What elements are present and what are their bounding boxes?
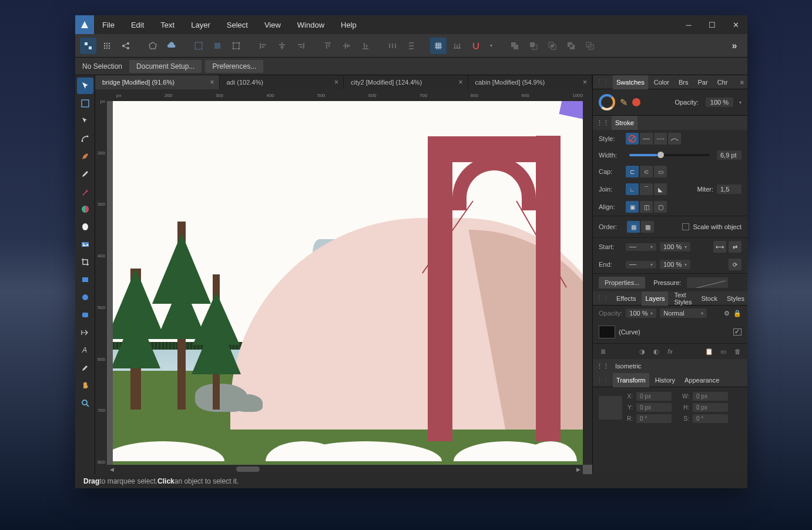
end-size-dropdown[interactable]: 100 % (660, 260, 690, 269)
grid-dots-icon[interactable] (99, 38, 115, 54)
toolbar-overflow-icon[interactable]: » (726, 38, 743, 54)
transform-icon[interactable] (228, 38, 244, 54)
fill-tool[interactable] (77, 201, 93, 217)
boolean-divide-icon[interactable] (582, 38, 598, 54)
start-arrow-dropdown[interactable] (626, 243, 656, 251)
boolean-add-icon[interactable] (506, 38, 523, 54)
snap-baseline-icon[interactable] (449, 38, 465, 54)
arrow-link-icon[interactable]: ⟷ (713, 241, 726, 253)
align-top-icon[interactable] (320, 38, 336, 54)
join-round-icon[interactable]: ⌒ (640, 183, 653, 195)
tab-effects[interactable]: Effects (613, 291, 639, 306)
tab-styles[interactable]: Styles (723, 291, 747, 306)
tab-appearance[interactable]: Appearance (681, 373, 723, 387)
tab-color[interactable]: Color (650, 75, 673, 89)
start-size-dropdown[interactable]: 100 % (660, 242, 690, 251)
snap-magnet-icon[interactable] (468, 38, 484, 54)
close-icon[interactable]: × (583, 78, 587, 86)
clipboard-icon[interactable]: 📋 (704, 346, 714, 357)
y-input[interactable]: 0 px (636, 403, 672, 412)
polygon-icon[interactable] (145, 38, 161, 54)
align-right-icon[interactable] (293, 38, 309, 54)
doc-tab-cabin[interactable]: cabin [Modified] (54.9%) × (468, 75, 593, 89)
w-input[interactable]: 0 px (693, 392, 728, 401)
chevron-down-icon[interactable]: ▾ (738, 100, 741, 105)
brush-tool[interactable] (77, 183, 93, 200)
mask-icon[interactable]: ◑ (637, 346, 647, 357)
gear-icon[interactable]: ⚙ (724, 310, 730, 317)
order-front-icon[interactable]: ▩ (641, 221, 654, 233)
close-icon[interactable]: × (458, 78, 462, 86)
arrange-icon[interactable] (80, 38, 96, 54)
boolean-xor-icon[interactable] (563, 38, 579, 54)
r-input[interactable]: 0 ° (636, 414, 672, 423)
snap-dropdown-icon[interactable]: ▾ (486, 38, 496, 54)
tab-stock[interactable]: Stock (697, 291, 721, 306)
align-inside-icon[interactable]: ◫ (640, 201, 653, 213)
stroke-properties-button[interactable]: Properties... (599, 277, 645, 289)
cap-butt-icon[interactable]: ⊏ (626, 166, 639, 177)
tab-transform[interactable]: Transform (613, 373, 649, 387)
hand-tool[interactable] (77, 377, 93, 394)
canvas[interactable]: ◀ ▶ (107, 101, 592, 474)
tab-text-styles[interactable]: Text Styles (670, 291, 695, 306)
rounded-rect-tool[interactable] (77, 307, 93, 323)
rectangle-tool[interactable] (77, 271, 93, 288)
snap-grid-icon[interactable] (430, 38, 447, 54)
corner-tool[interactable] (77, 130, 93, 147)
crop-tool[interactable] (77, 254, 93, 270)
width-slider[interactable] (629, 154, 710, 156)
place-image-tool[interactable] (77, 236, 93, 253)
layer-opacity-dropdown[interactable]: 100 % (626, 308, 656, 318)
menu-text[interactable]: Text (152, 15, 183, 34)
trash-icon[interactable]: 🗑 (732, 346, 743, 357)
layers-stack-icon[interactable]: ≣ (598, 346, 608, 357)
menu-window[interactable]: Window (289, 15, 333, 34)
tab-stroke[interactable]: Stroke (612, 116, 637, 130)
distribute-v-icon[interactable] (403, 38, 420, 54)
transparency-tool[interactable] (77, 219, 93, 235)
lock-icon[interactable]: 🔒 (733, 310, 741, 317)
menu-edit[interactable]: Edit (123, 15, 152, 34)
tab-history[interactable]: History (652, 373, 679, 387)
stroke-none-icon[interactable] (626, 133, 639, 145)
pen-tool[interactable] (77, 148, 93, 165)
align-center-icon[interactable]: ▣ (626, 201, 639, 213)
refresh-icon[interactable]: ⟳ (729, 259, 741, 270)
eyedropper-icon[interactable]: ✎ (620, 97, 628, 108)
move-tool[interactable] (77, 78, 93, 94)
distribute-h-icon[interactable] (384, 38, 401, 54)
end-arrow-dropdown[interactable] (626, 261, 656, 269)
arrow-swap-icon[interactable]: ⇄ (729, 241, 741, 253)
artboard-tool[interactable] (77, 95, 93, 112)
panel-drag-icon[interactable]: ⋮⋮ (596, 119, 609, 127)
group-icon[interactable]: ▭ (718, 346, 729, 357)
align-outside-icon[interactable]: ▢ (654, 201, 667, 213)
doc-tab-city2[interactable]: city2 [Modified] (124.4%) × (344, 75, 468, 89)
align-left-icon[interactable] (255, 38, 271, 54)
color-picker-tool[interactable] (77, 360, 93, 376)
cloud-icon[interactable] (163, 38, 180, 54)
stroke-solid-icon[interactable] (640, 133, 653, 145)
tab-layers[interactable]: Layers (642, 291, 668, 306)
align-vcenter-icon[interactable] (338, 38, 355, 54)
marquee-dots-icon[interactable] (209, 38, 226, 54)
close-icon[interactable]: × (210, 78, 214, 86)
scroll-thumb[interactable] (236, 467, 260, 472)
layer-visibility-checkbox[interactable] (733, 328, 741, 336)
cap-square-icon[interactable]: ▭ (654, 166, 667, 177)
panel-drag-icon[interactable]: ⋮⋮ (596, 363, 609, 370)
panel-drag-icon[interactable]: ⋮⋮ (596, 78, 609, 86)
cap-round-icon[interactable]: ⊂ (640, 166, 653, 177)
stroke-dash-icon[interactable] (654, 133, 667, 145)
opacity-value[interactable]: 100 % (706, 98, 733, 107)
recent-color-icon[interactable] (632, 98, 640, 106)
x-input[interactable]: 0 px (636, 392, 672, 401)
tab-paragraph[interactable]: Par (694, 75, 712, 89)
menu-select[interactable]: Select (219, 15, 256, 34)
order-behind-icon[interactable]: ▦ (627, 221, 640, 233)
current-color-icon[interactable] (599, 94, 615, 110)
width-value[interactable]: 6,9 pt (717, 150, 741, 160)
preferences-button[interactable]: Preferences... (205, 60, 263, 73)
vertical-scrollbar[interactable] (583, 101, 592, 465)
